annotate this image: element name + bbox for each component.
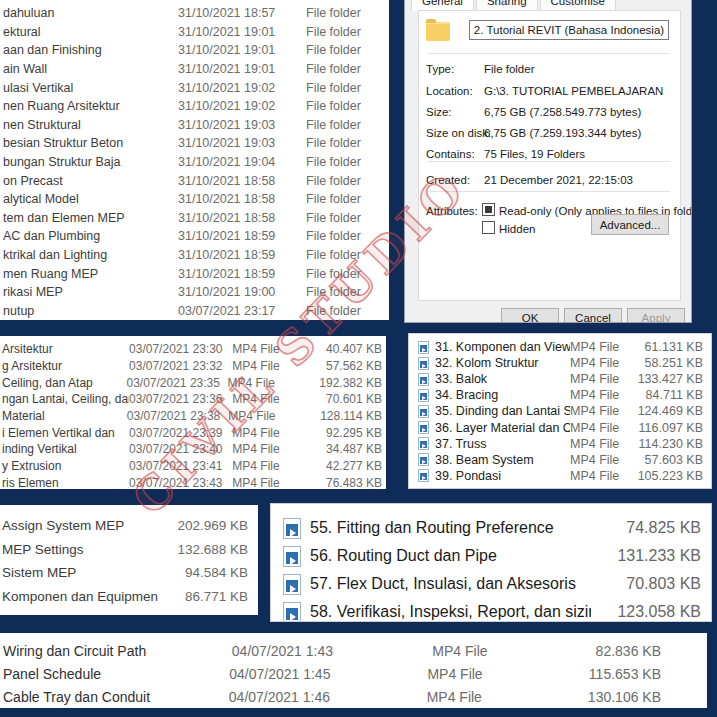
file-row[interactable]: 37. Truss MP4 File 114.230 KB [409,436,711,452]
size-value: 6,75 GB (7.258.549.773 bytes) [484,106,641,118]
file-type-cell: MP4 File [232,442,326,456]
file-name-cell: Ceiling, dan Atap [0,376,126,390]
file-type-cell: File folder [306,155,389,169]
date-modified-cell: 03/07/2021 23:35 [126,376,227,390]
file-row[interactable]: 36. Layer Material dan Opening MP4 File … [409,419,711,435]
size-on-disk-row: Size on disk: 6,75 GB (7.259.193.344 byt… [419,127,680,143]
screenshot-root: { "colors": { "navy_background": "#0f2b5… [0,0,717,717]
file-size-cell: 133.427 KB [632,372,711,386]
file-size-cell: 86.771 KB [158,589,258,604]
file-type-cell: File folder [306,229,389,243]
date-modified-cell: 31/10/2021 18:58 [178,192,306,206]
file-name-cell: g Arsitektur [0,359,129,373]
file-row[interactable]: tem dan Elemen MEP 31/10/2021 18:58 File… [0,209,389,228]
file-row[interactable]: dahuluan 31/10/2021 18:57 File folder [0,4,389,23]
file-row[interactable]: ktrikal dan Lighting 31/10/2021 18:59 Fi… [0,246,389,265]
file-row[interactable]: g Arsitektur 03/07/2021 23:32 MP4 File 5… [0,358,386,375]
file-row[interactable]: 33. Balok MP4 File 133.427 KB [409,371,711,387]
file-row[interactable]: 34. Bracing MP4 File 84.711 KB [409,387,711,403]
file-name-cell: Komponen dan Equipment [0,589,158,604]
file-row[interactable]: on Precast 31/10/2021 18:58 File folder [0,171,389,190]
file-size-cell: 123.058 KB [591,603,711,621]
location-label: Location: [426,85,473,97]
file-row[interactable]: nen Ruang Arsitektur 31/10/2021 19:02 Fi… [0,97,389,116]
advanced-button[interactable]: Advanced... [591,214,669,235]
file-row[interactable]: 56. Routing Duct dan Pipe 131.233 KB [271,542,711,570]
file-row[interactable]: nen Struktural 31/10/2021 19:03 File fol… [0,116,389,135]
file-row[interactable]: Komponen dan Equipment 86.771 KB [0,585,258,609]
file-row[interactable]: Cable Tray dan Conduit 04/07/2021 1:46 M… [0,685,707,708]
date-modified-cell: 31/10/2021 19:04 [178,155,306,169]
file-row[interactable]: inding Vertikal 03/07/2021 23:40 MP4 Fil… [0,441,386,458]
file-row[interactable]: 39. Pondasi MP4 File 105.223 KB [409,468,711,484]
file-name-text: 38. Beam System [435,453,534,467]
folder-name-field[interactable]: 2. Tutorial REVIT (Bahasa Indonesia) [469,20,669,40]
file-row[interactable]: AC dan Plumbing 31/10/2021 18:59 File fo… [0,227,389,246]
file-row[interactable]: rikasi MEP 31/10/2021 19:00 File folder [0,283,389,302]
date-modified-cell: 03/07/2021 23:43 [129,476,232,489]
file-row[interactable]: 55. Fitting dan Routing Preference 74.82… [271,514,711,542]
file-type-cell: File folder [306,211,389,225]
file-name-cell: 37. Truss [418,437,570,451]
file-name-cell: besian Struktur Beton [0,136,178,150]
file-row[interactable]: ulasi Vertikal 31/10/2021 19:02 File fol… [0,78,389,97]
file-row[interactable]: i Elemen Vertikal dan 03/07/2021 23:39 M… [0,424,386,441]
file-size-cell: 192.382 KB [319,376,386,390]
ok-button[interactable]: OK [501,308,559,323]
date-modified-cell: 31/10/2021 19:02 [178,81,306,95]
file-name-cell: nen Ruang Arsitektur [0,99,178,113]
file-type-cell: MP4 File [232,476,326,489]
file-name-cell: 56. Routing Duct dan Pipe [283,546,591,567]
file-name-cell: ktrikal dan Lighting [0,248,178,262]
file-row[interactable]: Ceiling, dan Atap 03/07/2021 23:35 MP4 F… [0,374,386,391]
file-row[interactable]: ris Elemen 03/07/2021 23:43 MP4 File 76.… [0,475,386,490]
file-row[interactable]: besian Struktur Beton 31/10/2021 19:03 F… [0,134,389,153]
file-row[interactable]: ektural 31/10/2021 19:01 File folder [0,23,389,42]
file-row[interactable]: bungan Struktur Baja 31/10/2021 19:04 Fi… [0,153,389,172]
mp4-file-icon [418,357,429,370]
file-type-cell: File folder [306,6,389,20]
file-name-cell: men Ruang MEP [0,267,178,281]
file-type-cell: File folder [306,118,389,132]
file-row[interactable]: men Ruang MEP 31/10/2021 18:59 File fold… [0,264,389,283]
file-row[interactable]: MEP Settings 132.688 KB [0,538,258,562]
file-row[interactable]: ngan Lantai, Ceiling, dan Atap 03/07/202… [0,391,386,408]
file-name-text: 32. Kolom Struktur [435,356,539,370]
date-modified-cell: 04/07/2021 1:43 [232,643,432,659]
file-row[interactable]: nutup 03/07/2021 23:17 File folder [0,302,389,321]
file-row[interactable]: Panel Schedule 04/07/2021 1:45 MP4 File … [0,662,707,685]
apply-button[interactable]: Apply [627,308,685,323]
file-row[interactable]: ain Wall 31/10/2021 19:01 File folder [0,60,389,79]
file-size-cell: 116.097 KB [632,421,711,435]
file-size-cell: 124.469 KB [632,404,711,418]
file-row[interactable]: Material 03/07/2021 23:38 MP4 File 128.1… [0,408,386,425]
file-type-cell: MP4 File [570,437,632,451]
file-size-cell: 84.711 KB [632,388,711,402]
file-name-cell: 57. Flex Duct, Insulasi, dan Aksesoris [283,574,591,595]
file-row[interactable]: y Extrusion 03/07/2021 23:41 MP4 File 42… [0,458,386,475]
file-name-text: 34. Bracing [435,388,498,402]
date-modified-cell: 31/10/2021 18:59 [178,248,306,262]
mp4-file-icon [418,453,429,466]
file-row[interactable]: Sistem MEP 94.584 KB [0,561,258,585]
file-row[interactable]: 35. Dinding dan Lantai Struktur MP4 File… [409,403,711,419]
file-row[interactable]: Arsitektur 03/07/2021 23:30 MP4 File 40.… [0,341,386,358]
file-row[interactable]: Assign System MEP 202.969 KB [0,514,258,538]
file-size-cell: 57.603 KB [632,453,711,467]
cancel-button[interactable]: Cancel [564,308,622,323]
date-modified-cell: 03/07/2021 23:17 [178,304,306,318]
file-row[interactable]: aan dan Finishing 31/10/2021 19:01 File … [0,41,389,60]
file-row[interactable]: 38. Beam System MP4 File 57.603 KB [409,452,711,468]
file-row[interactable]: 31. Komponen dan View Struktur MP4 File … [409,339,711,355]
file-name-cell: 35. Dinding dan Lantai Struktur [418,404,570,418]
file-name-cell: ektural [0,25,178,39]
mp4-file-icon [418,389,429,402]
file-row[interactable]: alytical Model 31/10/2021 18:58 File fol… [0,190,389,209]
file-type-cell: MP4 File [570,421,632,435]
file-row[interactable]: Wiring dan Circuit Path 04/07/2021 1:43 … [0,639,707,662]
file-row[interactable]: 58. Verifikasi, Inspeksi, Report, dan si… [271,598,711,622]
file-row[interactable]: 32. Kolom Struktur MP4 File 58.251 KB [409,355,711,371]
file-row[interactable]: 57. Flex Duct, Insulasi, dan Aksesoris 7… [271,570,711,598]
file-name-cell: ulasi Vertikal [0,81,178,95]
file-type-cell: MP4 File [570,372,632,386]
